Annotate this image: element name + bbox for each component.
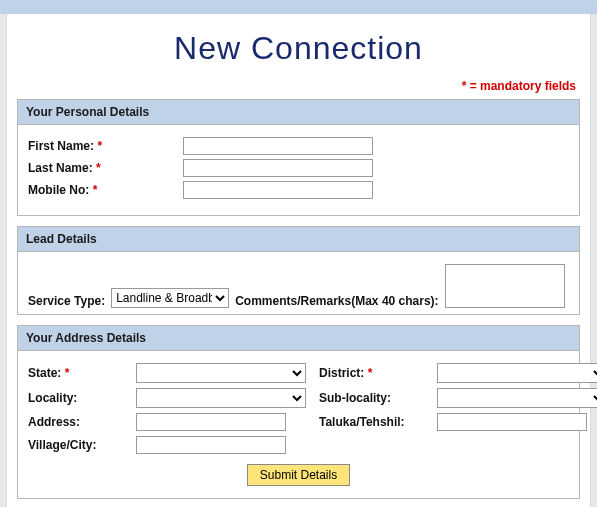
address-details-section: Your Address Details State: * District: … — [17, 325, 580, 499]
sublocality-select[interactable] — [437, 388, 597, 408]
address-details-body: State: * District: * Locality: Sub-local… — [18, 351, 579, 498]
address-details-header: Your Address Details — [18, 326, 579, 351]
personal-details-body: First Name: * Last Name: * Mobile No: * — [18, 125, 579, 215]
service-type-select[interactable]: Landline & Broadba — [111, 288, 229, 308]
required-marker: * — [96, 161, 101, 175]
required-marker: * — [97, 139, 102, 153]
address-label: Address: — [28, 415, 128, 429]
comments-label: Comments/Remarks(Max 40 chars): — [235, 294, 438, 308]
form-container: New Connection * = mandatory fields Your… — [6, 14, 591, 507]
village-label: Village/City: — [28, 438, 128, 452]
first-name-label: First Name: * — [28, 139, 183, 153]
submit-button[interactable]: Submit Details — [247, 464, 350, 486]
page-title: New Connection — [7, 30, 590, 67]
required-marker: * — [93, 183, 98, 197]
mobile-no-label: Mobile No: * — [28, 183, 183, 197]
locality-select[interactable] — [136, 388, 306, 408]
mobile-no-input[interactable] — [183, 181, 373, 199]
sublocality-label: Sub-locality: — [319, 391, 429, 405]
personal-details-header: Your Personal Details — [18, 100, 579, 125]
lead-details-section: Lead Details Service Type: Landline & Br… — [17, 226, 580, 315]
mandatory-fields-note: * = mandatory fields — [7, 79, 590, 93]
lead-details-header: Lead Details — [18, 227, 579, 252]
comments-textarea[interactable] — [445, 264, 565, 308]
address-input[interactable] — [136, 413, 286, 431]
taluka-input[interactable] — [437, 413, 587, 431]
village-input[interactable] — [136, 436, 286, 454]
personal-details-section: Your Personal Details First Name: * Last… — [17, 99, 580, 216]
state-label: State: * — [28, 366, 128, 380]
locality-label: Locality: — [28, 391, 128, 405]
service-type-label: Service Type: — [28, 294, 105, 308]
first-name-input[interactable] — [183, 137, 373, 155]
district-select[interactable] — [437, 363, 597, 383]
last-name-label: Last Name: * — [28, 161, 183, 175]
state-select[interactable] — [136, 363, 306, 383]
lead-details-body: Service Type: Landline & Broadba Comment… — [18, 252, 579, 314]
last-name-input[interactable] — [183, 159, 373, 177]
required-marker: * — [65, 366, 70, 380]
district-label: District: * — [319, 366, 429, 380]
required-marker: * — [368, 366, 373, 380]
top-accent-bar — [0, 0, 597, 14]
taluka-label: Taluka/Tehshil: — [319, 415, 429, 429]
